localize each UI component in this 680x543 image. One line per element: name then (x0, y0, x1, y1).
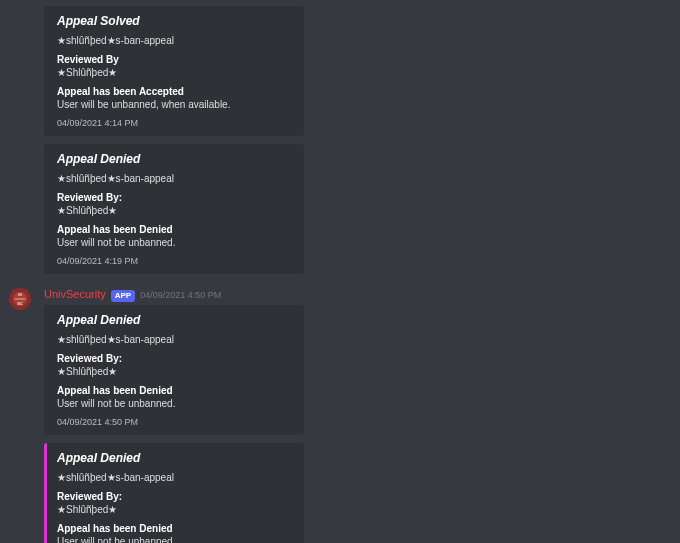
embed-body: Appeal Denied ★shlûñþed★s-ban-appeal Rev… (47, 144, 304, 274)
app-badge: APP (111, 290, 135, 302)
message: Appeal Denied ★shlûñþed★s-ban-appeal Rev… (0, 144, 680, 274)
embed-field-name: Appeal has been Denied (57, 224, 292, 235)
embed-field-value: User will be unbanned, when available. (57, 98, 292, 112)
embed-field-name: Reviewed By: (57, 353, 292, 364)
embed-field-value: ★Shlûñþed★ (57, 66, 292, 80)
embed-title: Appeal Denied (57, 313, 292, 327)
message: Appeal Solved ★shlûñþed★s-ban-appeal Rev… (0, 6, 680, 136)
message-timestamp: 04/09/2021 4:50 PM (140, 290, 221, 300)
svg-text:SEC: SEC (17, 302, 23, 306)
avatar[interactable]: UNI SEC (9, 288, 31, 310)
embed-footer-timestamp: 04/09/2021 4:50 PM (57, 417, 292, 427)
embed-field-value: ★Shlûñþed★ (57, 204, 292, 218)
embed-field-name: Reviewed By: (57, 491, 292, 502)
embed-field-value: ★Shlûñþed★ (57, 503, 292, 517)
embed-body: Appeal Denied ★shlûñþed★s-ban-appeal Rev… (47, 305, 304, 435)
embed-field-value: User will not be unbanned. (57, 236, 292, 250)
embed: Appeal Denied ★shlûñþed★s-ban-appeal Rev… (44, 144, 304, 274)
embed-field-value: ★Shlûñþed★ (57, 365, 292, 379)
embed: Appeal Denied ★shlûñþed★s-ban-appeal Rev… (44, 305, 304, 435)
embed-description: ★shlûñþed★s-ban-appeal (57, 172, 292, 186)
embed-field-value: User will not be unbanned. (57, 397, 292, 411)
embed-field-name: Reviewed By (57, 54, 292, 65)
embed-field-value: User will not be unbanned. (57, 535, 292, 543)
embed-field-name: Appeal has been Accepted (57, 86, 292, 97)
embed: Appeal Denied ★shlûñþed★s-ban-appeal Rev… (44, 443, 304, 543)
embed-description: ★shlûñþed★s-ban-appeal (57, 333, 292, 347)
embed-body: Appeal Denied ★shlûñþed★s-ban-appeal Rev… (47, 443, 304, 543)
message: Appeal Denied ★shlûñþed★s-ban-appeal Rev… (0, 443, 680, 543)
embed-field-name: Appeal has been Denied (57, 523, 292, 534)
embed-footer-timestamp: 04/09/2021 4:19 PM (57, 256, 292, 266)
embed-description: ★shlûñþed★s-ban-appeal (57, 471, 292, 485)
message-header: UnivSecurity APP 04/09/2021 4:50 PM (44, 288, 680, 302)
message: UNI SEC UnivSecurity APP 04/09/2021 4:50… (0, 286, 680, 435)
embed-field-name: Appeal has been Denied (57, 385, 292, 396)
username[interactable]: UnivSecurity (44, 288, 106, 300)
embed-title: Appeal Solved (57, 14, 292, 28)
embed-field-name: Reviewed By: (57, 192, 292, 203)
embed-title: Appeal Denied (57, 451, 292, 465)
embed-footer-timestamp: 04/09/2021 4:14 PM (57, 118, 292, 128)
svg-text:UNI: UNI (18, 293, 23, 297)
embed: Appeal Solved ★shlûñþed★s-ban-appeal Rev… (44, 6, 304, 136)
embed-description: ★shlûñþed★s-ban-appeal (57, 34, 292, 48)
embed-title: Appeal Denied (57, 152, 292, 166)
svg-rect-2 (15, 298, 26, 300)
embed-body: Appeal Solved ★shlûñþed★s-ban-appeal Rev… (47, 6, 304, 136)
